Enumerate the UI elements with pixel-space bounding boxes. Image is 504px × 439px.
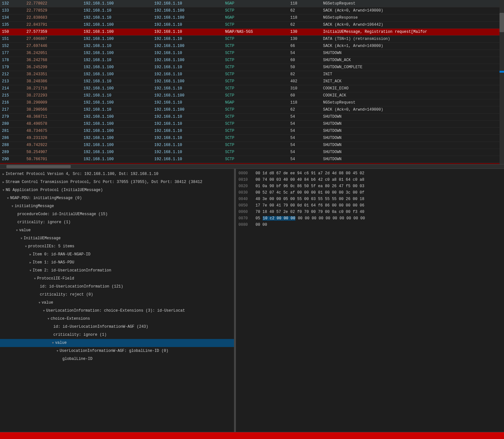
chevron-down-icon xyxy=(48,317,49,321)
table-row[interactable]: 13222.778022192.168.1.100192.168.1.10NGA… xyxy=(0,0,504,7)
table-row[interactable]: 21738.290566192.168.1.10192.168.1.100SCT… xyxy=(0,106,504,113)
table-row[interactable]: 15027.577359192.168.1.100192.168.1.10NGA… xyxy=(0,28,504,35)
detail-line[interactable]: Stream Control Transmission Protocol, Sr… xyxy=(0,178,234,186)
status-bar xyxy=(0,432,504,439)
table-row[interactable]: 15127.696807192.168.1.100192.168.1.10SCT… xyxy=(0,35,504,42)
table-row[interactable]: 29050.766701192.168.1.100192.168.1.10SCT… xyxy=(0,156,504,163)
chevron-down-icon xyxy=(21,237,22,240)
detail-line[interactable]: globalLine-ID xyxy=(0,355,234,363)
bottom-area: Internet Protocol Version 4, Src: 192.16… xyxy=(0,169,504,439)
chevron-down-icon xyxy=(7,197,9,200)
chevron-down-icon xyxy=(3,189,4,192)
chevron-down-icon xyxy=(12,205,13,208)
detail-line[interactable]: value xyxy=(0,226,234,234)
detail-line[interactable]: criticality: ignore (1) xyxy=(0,218,234,226)
detail-line[interactable]: UserLocationInformation: choice-Extensio… xyxy=(0,307,234,315)
hex-line: 008000 00 xyxy=(239,222,501,228)
table-row[interactable]: 29151.126662192.168.1.100192.168.1.10SCT… xyxy=(0,163,504,164)
table-row[interactable]: 13522.843791192.168.1.100192.168.1.10SCT… xyxy=(0,21,504,28)
detail-line[interactable]: procedureCode: id-InitialUEMessage (15) xyxy=(0,210,234,218)
detail-line[interactable]: protocolIEs: 5 items xyxy=(0,242,234,251)
detail-line[interactable]: value xyxy=(0,339,234,347)
table-row[interactable]: 28048.490578192.168.1.100192.168.1.10SCT… xyxy=(0,120,504,127)
scrollbar-thumb[interactable] xyxy=(500,13,504,32)
detail-line[interactable]: InitialUEMessage xyxy=(0,234,234,242)
highlighted-bytes: 10 c2 00 00 00 xyxy=(263,216,296,221)
detail-line[interactable]: value xyxy=(0,299,234,307)
chevron-down-icon xyxy=(57,350,58,353)
table-row[interactable]: 21538.272293192.168.1.10192.168.1.100SCT… xyxy=(0,92,504,99)
packet-list[interactable]: 13222.778022192.168.1.100192.168.1.10NGA… xyxy=(0,0,504,164)
hex-dump: 000000 1d d8 67 de ee 94 c6 91 a7 2d 4d … xyxy=(236,169,504,439)
detail-line[interactable]: criticality: ignore (1) xyxy=(0,331,234,339)
detail-line[interactable]: initiatingMessage xyxy=(0,202,234,210)
detail-line[interactable]: UserLocationInformationW-AGF: globalLine… xyxy=(0,347,234,355)
hex-line: 001000 74 00 03 40 00 40 84 b6 42 c0 a8 … xyxy=(239,177,501,183)
chevron-down-icon xyxy=(25,245,27,248)
table-row[interactable]: 17736.242051192.168.1.100192.168.1.10SCT… xyxy=(0,50,504,57)
packet-table: 13222.778022192.168.1.100192.168.1.10NGA… xyxy=(0,0,504,164)
table-row[interactable]: 13422.838683192.168.1.10192.168.1.100NGA… xyxy=(0,14,504,21)
table-row[interactable]: 27948.368711192.168.1.100192.168.1.10SCT… xyxy=(0,113,504,120)
chevron-right-icon xyxy=(3,181,4,184)
table-row[interactable]: 21638.290009192.168.1.100192.168.1.10NGA… xyxy=(0,99,504,106)
table-row[interactable]: 15227.697446192.168.1.10192.168.1.100SCT… xyxy=(0,42,504,50)
hex-line: 002001 0a 90 bf 96 0c 86 50 5f ea 80 26 … xyxy=(239,183,501,189)
packet-details[interactable]: Internet Protocol Version 4, Src: 192.16… xyxy=(0,169,235,439)
hex-line: 000000 1d d8 67 de ee 94 c6 91 a7 2d 4d … xyxy=(239,170,501,177)
detail-line[interactable]: NG Application Protocol (InitialUEMessag… xyxy=(0,186,234,194)
table-row[interactable]: 17936.245299192.168.1.100192.168.1.10SCT… xyxy=(0,64,504,71)
scrollbar-thumb-h[interactable] xyxy=(6,165,71,168)
chevron-down-icon xyxy=(30,269,31,272)
table-row[interactable]: 21438.271718192.168.1.100192.168.1.10SCT… xyxy=(0,85,504,92)
table-row[interactable]: 28950.254907192.168.1.100192.168.1.10SCT… xyxy=(0,149,504,156)
detail-line[interactable]: Item 1: id-NAS-PDU xyxy=(0,259,234,267)
table-row[interactable]: 21338.248386192.168.1.10192.168.1.100SCT… xyxy=(0,78,504,85)
detail-line[interactable]: criticality: reject (0) xyxy=(0,291,234,299)
detail-line[interactable]: Item 0: id-RAN-UE-NGAP-ID xyxy=(0,251,234,259)
vertical-scrollbar[interactable] xyxy=(500,0,504,164)
table-row[interactable]: 17836.242768192.168.1.10192.168.1.100SCT… xyxy=(0,57,504,64)
detail-line[interactable]: Item 2: id-UserLocationInformation xyxy=(0,267,234,275)
chevron-right-icon xyxy=(30,261,31,264)
chevron-down-icon xyxy=(39,301,40,305)
hex-line: 004040 3e 00 00 05 00 55 00 03 55 55 55 … xyxy=(239,196,501,202)
chevron-down-icon xyxy=(34,277,36,280)
hex-line: 006070 18 40 57 2e 02 f0 70 00 79 00 0a … xyxy=(239,209,501,215)
chevron-down-icon xyxy=(43,309,45,313)
horizontal-scrollbar[interactable] xyxy=(0,164,504,169)
detail-line[interactable]: ProtocolIE-Field xyxy=(0,275,234,283)
hex-line: 007005 10 c2 00 00 00 00 00 00 00 00 00 … xyxy=(239,215,501,222)
detail-line[interactable]: Internet Protocol Version 4, Src: 192.16… xyxy=(0,170,234,178)
table-row[interactable]: 28849.742922192.168.1.100192.168.1.10SCT… xyxy=(0,142,504,149)
table-row[interactable]: 21238.243351192.168.1.100192.168.1.10SCT… xyxy=(0,71,504,78)
detail-line[interactable]: id: id-UserLocationInformationW-AGF (243… xyxy=(0,323,234,331)
chevron-right-icon xyxy=(3,173,4,176)
chevron-down-icon xyxy=(52,342,54,345)
detail-line[interactable]: choice-Extensions xyxy=(0,315,234,323)
hex-line: 003000 52 07 4c 5c af 00 00 00 01 00 00 … xyxy=(239,189,501,196)
table-row[interactable]: 13322.778529192.168.1.10192.168.1.100SCT… xyxy=(0,7,504,14)
chevron-right-icon xyxy=(30,253,31,256)
chevron-down-icon xyxy=(16,229,18,232)
detail-line[interactable]: NGAP-PDU: initiatingMessage (0) xyxy=(0,194,234,202)
marker-blue xyxy=(500,71,504,73)
table-row[interactable]: 28148.734675192.168.1.100192.168.1.10SCT… xyxy=(0,127,504,134)
table-row[interactable]: 28649.231328192.168.1.100192.168.1.10SCT… xyxy=(0,134,504,142)
detail-line[interactable]: id: id-UserLocationInformation (121) xyxy=(0,283,234,291)
hex-line: 005017 7e 00 41 79 00 0d 01 64 f6 86 00 … xyxy=(239,202,501,209)
